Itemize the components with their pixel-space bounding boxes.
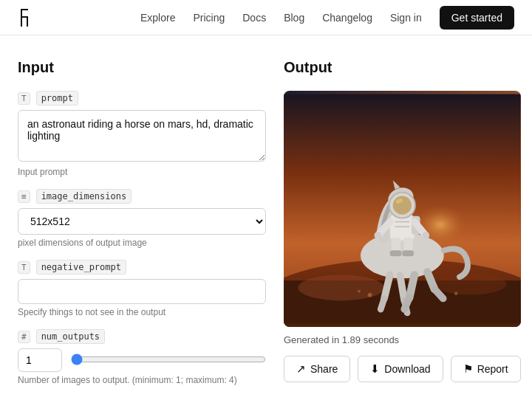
logo-icon [18,6,41,30]
image-dimensions-type-badge: ≡ [18,190,30,203]
report-label: Report [477,363,508,375]
nav-explore[interactable]: Explore [140,12,175,24]
generated-text: Generated in 1.89 seconds [284,334,521,345]
svg-rect-36 [390,250,402,256]
download-label: Download [384,363,430,375]
share-label: Share [310,363,338,375]
prompt-description: Input prompt [18,167,266,177]
logo [18,6,41,30]
prompt-type-badge: T [18,92,30,105]
image-dimensions-field-name: image_dimensions [36,189,132,204]
num-outputs-slider[interactable] [71,354,266,365]
svg-point-27 [393,196,412,215]
get-started-button[interactable]: Get started [440,6,514,30]
nav-pricing[interactable]: Pricing [193,12,225,24]
prompt-label-row: T prompt [18,91,266,106]
nav-docs[interactable]: Docs [242,12,266,24]
nav-changelog[interactable]: Changelog [322,12,372,24]
sign-in-button[interactable]: Sign in [390,12,422,24]
svg-line-19 [404,297,409,309]
svg-line-15 [381,298,384,309]
input-title: Input [18,59,266,76]
negative-prompt-type-badge: T [18,261,30,274]
svg-point-40 [454,292,458,295]
negative-prompt-field-name: negative_prompt [36,260,126,275]
svg-line-16 [400,275,404,300]
output-panel: Output [284,59,521,397]
prompt-field-name: prompt [36,91,78,106]
output-image-wrapper [284,91,521,327]
image-dimensions-description: pixel dimensions of output image [18,238,266,248]
input-panel: Input T prompt an astronaut riding a hor… [18,59,284,397]
num-outputs-type-badge: # [18,331,30,343]
negative-prompt-description: Specify things to not see in the output [18,307,266,317]
svg-rect-37 [402,250,414,256]
output-image [284,91,521,327]
svg-point-33 [423,232,430,239]
svg-point-39 [358,290,361,293]
main-container: Input T prompt an astronaut riding a hor… [0,35,532,400]
num-outputs-description: Number of images to output. (minimum: 1;… [18,375,266,385]
svg-point-32 [374,232,381,239]
svg-point-8 [298,275,384,300]
num-outputs-label-row: # num_outputs [18,329,266,344]
report-icon: ⚑ [463,362,473,376]
download-button[interactable]: ⬇ Download [358,356,443,382]
header: Explore Pricing Docs Blog Changelog Sign… [0,0,532,35]
prompt-input[interactable]: an astronaut riding a horse on mars, hd,… [18,110,266,162]
num-outputs-row [18,348,266,372]
report-button[interactable]: ⚑ Report [451,356,521,382]
nav-blog[interactable]: Blog [284,12,304,24]
output-actions: ↗ Share ⬇ Download ⚑ Report [284,356,521,382]
main-nav: Explore Pricing Docs Blog Changelog Sign… [140,6,514,30]
num-outputs-slider-container [71,354,266,368]
output-title: Output [284,59,521,76]
download-icon: ⬇ [370,362,380,376]
share-icon: ↗ [296,362,306,376]
negative-prompt-label-row: T negative_prompt [18,260,266,275]
svg-point-38 [368,293,372,297]
svg-rect-3 [27,16,28,27]
num-outputs-number-input[interactable] [18,348,62,372]
share-button[interactable]: ↗ Share [284,356,350,382]
output-image-svg [284,91,521,327]
image-dimensions-select[interactable]: 512x512 256x256 768x768 1024x1024 [18,208,266,235]
negative-prompt-input[interactable] [18,279,266,304]
num-outputs-field-name: num_outputs [36,329,105,344]
image-dimensions-label-row: ≡ image_dimensions [18,189,266,204]
svg-point-9 [434,273,506,294]
